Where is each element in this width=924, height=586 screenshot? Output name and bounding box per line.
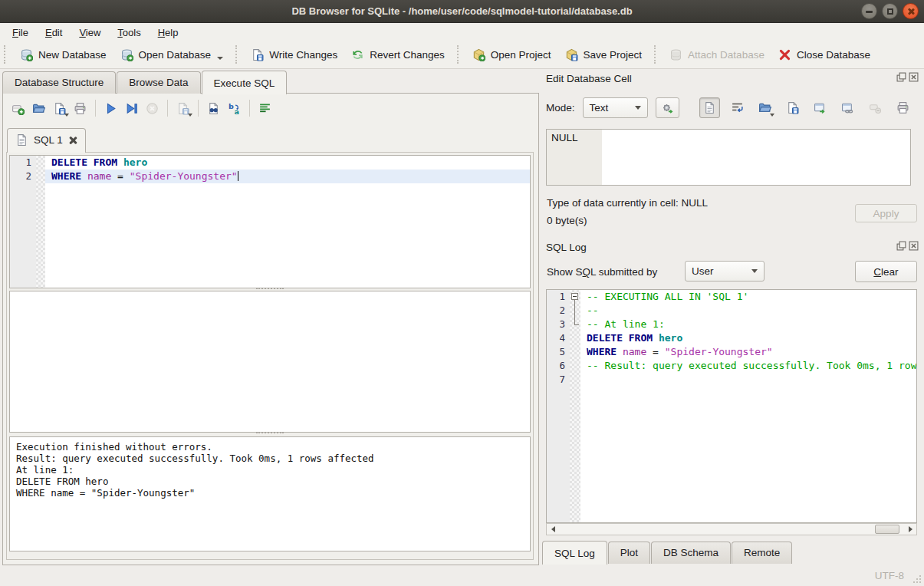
text-mode-button[interactable]	[699, 97, 720, 118]
svg-text:b: b	[229, 102, 234, 110]
menu-help[interactable]: Help	[150, 25, 186, 40]
print-button[interactable]	[70, 98, 90, 118]
dock-tab-plot[interactable]: Plot	[608, 542, 650, 564]
toolbar-drag-handle[interactable]	[4, 45, 8, 64]
chevron-down-icon[interactable]	[217, 57, 223, 60]
close-panel-icon[interactable]	[909, 241, 919, 251]
fold-margin	[570, 331, 580, 345]
save-sql-file-button[interactable]	[49, 98, 70, 118]
new-sql-tab-button[interactable]	[8, 98, 28, 118]
resize-grip[interactable]	[912, 574, 921, 583]
print-cell-icon	[896, 101, 909, 114]
export-data-button[interactable]	[782, 97, 803, 118]
sql-log-panel-title: SQL Log	[546, 242, 587, 253]
format-sql-button[interactable]	[255, 98, 275, 118]
execute-line-button[interactable]	[121, 98, 142, 118]
sql-tab[interactable]: SQL 1	[7, 128, 86, 153]
results-splitter-handle[interactable]	[9, 431, 531, 435]
tab-database-structure[interactable]: Database Structure	[2, 71, 116, 94]
code-text: WHERE name = "Spider-Youngster"	[45, 170, 530, 183]
text-cursor	[238, 171, 239, 181]
chevron-down-icon	[188, 114, 192, 117]
main-tab-bar: Database StructureBrowse DataExecute SQL	[2, 71, 288, 94]
code-line: 6-- Result: query executed successfully.…	[547, 359, 916, 373]
code-text	[580, 373, 916, 387]
save-results-button	[173, 98, 193, 118]
open-in-app-icon	[814, 101, 827, 114]
sql-tab-bar: SQL 1	[7, 127, 86, 153]
copy-link-button[interactable]	[837, 97, 858, 118]
line-number: 2	[10, 170, 36, 183]
write-changes-icon	[251, 48, 264, 61]
cell-editor-content[interactable]	[602, 130, 910, 185]
line-number: 3	[547, 318, 570, 331]
results-grid-area[interactable]	[9, 291, 531, 433]
format-sql-icon	[258, 102, 271, 115]
maximize-button[interactable]	[882, 3, 898, 19]
replace-button[interactable]: ba	[224, 98, 245, 118]
save-project-button[interactable]: Save Project	[558, 44, 649, 65]
menu-edit[interactable]: Edit	[38, 25, 70, 40]
minimize-button[interactable]	[861, 3, 877, 19]
execute-all-button[interactable]	[100, 98, 121, 118]
scroll-right-icon[interactable]	[904, 524, 916, 535]
save-sql-file-icon	[53, 102, 66, 115]
print-cell-button[interactable]	[893, 97, 913, 118]
cell-editor[interactable]: NULL	[546, 129, 911, 186]
open-project-button[interactable]: Open Project	[465, 44, 558, 65]
close-window-button[interactable]	[903, 3, 919, 19]
tab-browse-data[interactable]: Browse Data	[117, 71, 200, 94]
new-database-button[interactable]: New Database	[13, 44, 113, 65]
log-filter-select[interactable]: User	[685, 261, 765, 281]
text-mode-icon	[703, 101, 716, 114]
execution-status-area[interactable]: Execution finished without errors. Resul…	[9, 436, 531, 551]
word-wrap-button[interactable]	[727, 97, 748, 118]
dock-tab-sql-log[interactable]: SQL Log	[542, 541, 607, 565]
sql-file-icon	[15, 133, 28, 146]
menu-tools[interactable]: Tools	[110, 25, 148, 40]
scrollbar-thumb[interactable]	[875, 525, 899, 534]
line-number: 6	[547, 359, 570, 373]
open-in-app-button[interactable]	[810, 97, 830, 118]
log-filter-label: Show SQL submitted by	[547, 266, 657, 278]
fold-marker[interactable]	[570, 304, 580, 318]
float-panel-icon[interactable]	[896, 72, 906, 82]
sql-log-area[interactable]: 1-- EXECUTING ALL IN 'SQL 1'2--3-- At li…	[546, 289, 917, 523]
dock-tab-db-schema[interactable]: DB Schema	[651, 542, 731, 564]
execute-sql-pane: ba SQL 1 1DELETE FROM hero2WHERE name = …	[2, 93, 539, 565]
revert-changes-icon	[351, 48, 364, 61]
log-hscrollbar[interactable]	[546, 523, 917, 535]
close-panel-icon[interactable]	[909, 72, 919, 82]
line-number: 4	[547, 331, 570, 345]
apply-mode-button[interactable]	[656, 97, 679, 118]
code-line: 1DELETE FROM hero	[10, 156, 530, 170]
execute-line-icon	[125, 102, 138, 115]
scroll-left-icon[interactable]	[547, 524, 559, 535]
close-database-label: Close Database	[797, 49, 870, 61]
tab-execute-sql[interactable]: Execute SQL	[202, 71, 288, 94]
open-sql-file-button[interactable]	[28, 98, 49, 118]
float-panel-icon[interactable]	[896, 241, 906, 251]
dock-tab-remote[interactable]: Remote	[732, 542, 792, 564]
fold-marker[interactable]	[570, 318, 580, 331]
code-line: 7	[547, 373, 916, 387]
write-changes-button[interactable]: Write Changes	[244, 44, 344, 65]
menu-file[interactable]: File	[5, 25, 36, 40]
clear-log-button[interactable]: Clear	[855, 261, 917, 282]
line-number: 2	[547, 304, 570, 318]
sql-editor-area[interactable]: 1DELETE FROM hero2WHERE name = "Spider-Y…	[9, 155, 531, 288]
stop-icon	[146, 102, 159, 115]
import-data-button[interactable]	[755, 97, 775, 118]
titlebar[interactable]: DB Browser for SQLite - /home/user/code/…	[0, 0, 924, 23]
menu-view[interactable]: View	[71, 25, 108, 40]
open-database-button[interactable]: Open Database	[113, 44, 231, 65]
mode-select-value: Text	[590, 102, 609, 114]
close-database-icon	[778, 48, 791, 61]
close-tab-icon[interactable]	[68, 136, 77, 145]
mode-select[interactable]: Text	[583, 97, 648, 118]
print-icon	[74, 102, 87, 115]
close-database-button[interactable]: Close Database	[771, 44, 877, 65]
fold-marker[interactable]	[570, 290, 580, 304]
revert-changes-button[interactable]: Revert Changes	[344, 44, 452, 65]
find-button[interactable]	[203, 98, 224, 118]
